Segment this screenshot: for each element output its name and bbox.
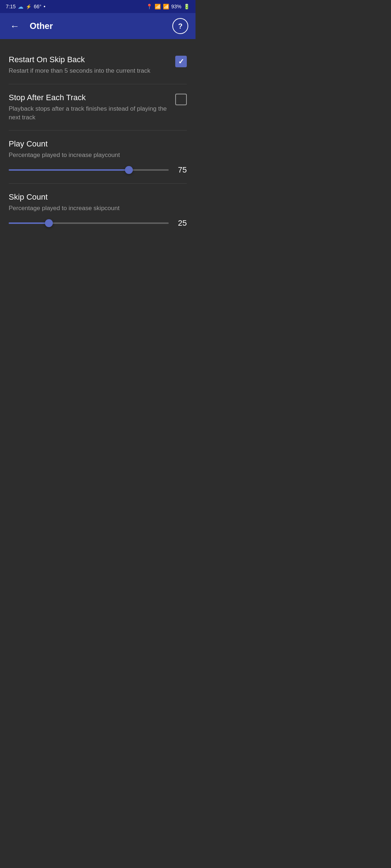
stop-after-each-track-checkbox[interactable] (175, 94, 187, 105)
stop-after-each-track-text: Stop After Each Track Playback stops aft… (9, 93, 175, 122)
restart-on-skip-back-checkbox[interactable]: ✓ (175, 56, 187, 67)
skip-count-section: Skip Count Percentage played to increase… (9, 185, 187, 235)
signal-icon: 📶 (163, 4, 169, 9)
status-temp: 66° (34, 4, 41, 9)
divider-2 (9, 130, 187, 131)
back-arrow-icon: ← (10, 21, 20, 32)
status-right: 📍 📶 📶 93% 🔋 (146, 4, 190, 9)
settings-content: Restart On Skip Back Restart if more tha… (0, 39, 196, 244)
play-count-title: Play Count (9, 139, 187, 149)
play-count-slider-fill (9, 169, 129, 171)
location-icon: 📍 (146, 4, 152, 9)
play-count-slider-track (9, 169, 169, 171)
page-title: Other (30, 21, 165, 31)
skip-count-slider-thumb[interactable] (45, 219, 53, 227)
skip-count-desc: Percentage played to increase skipcount (9, 204, 187, 213)
play-count-value: 75 (174, 165, 187, 175)
restart-on-skip-back-item: Restart On Skip Back Restart if more tha… (9, 48, 187, 82)
skip-count-slider-wrapper (9, 219, 169, 227)
app-bar: ← Other ? (0, 13, 196, 39)
play-count-slider-thumb[interactable] (125, 166, 133, 174)
status-dot: • (43, 4, 45, 9)
help-button[interactable]: ? (172, 18, 188, 34)
stop-after-each-track-title: Stop After Each Track (9, 93, 168, 102)
play-count-desc: Percentage played to increase playcount (9, 151, 187, 159)
stop-after-each-track-checkbox-container (175, 94, 187, 105)
play-count-slider-wrapper (9, 166, 169, 174)
help-icon: ? (178, 22, 182, 30)
stop-after-each-track-item: Stop After Each Track Playback stops aft… (9, 86, 187, 129)
battery-level: 93% (171, 4, 181, 9)
checkmark-icon: ✓ (178, 57, 184, 66)
battery-icon: 🔋 (184, 4, 190, 9)
restart-on-skip-back-text: Restart On Skip Back Restart if more tha… (9, 55, 175, 75)
stop-after-each-track-desc: Playback stops after a track finishes in… (9, 105, 168, 122)
restart-on-skip-back-checkbox-container: ✓ (175, 56, 187, 67)
back-button[interactable]: ← (7, 18, 22, 35)
bolt-icon: ⚡ (26, 4, 31, 9)
divider-3 (9, 183, 187, 184)
skip-count-slider-row: 25 (9, 218, 187, 228)
skip-count-slider-track (9, 222, 169, 224)
divider-1 (9, 84, 187, 84)
restart-on-skip-back-desc: Restart if more than 5 seconds into the … (9, 67, 168, 75)
wifi-icon: 📶 (155, 4, 161, 9)
skip-count-value: 25 (174, 218, 187, 228)
skip-count-slider-fill (9, 222, 49, 224)
skip-count-title: Skip Count (9, 192, 187, 202)
status-left: 7:15 ☁ ⚡ 66° • (6, 3, 45, 10)
cloud-icon: ☁ (18, 3, 24, 10)
play-count-slider-row: 75 (9, 165, 187, 175)
status-bar: 7:15 ☁ ⚡ 66° • 📍 📶 📶 93% 🔋 (0, 0, 196, 13)
play-count-section: Play Count Percentage played to increase… (9, 132, 187, 182)
restart-on-skip-back-title: Restart On Skip Back (9, 55, 168, 64)
status-time: 7:15 (6, 4, 16, 9)
